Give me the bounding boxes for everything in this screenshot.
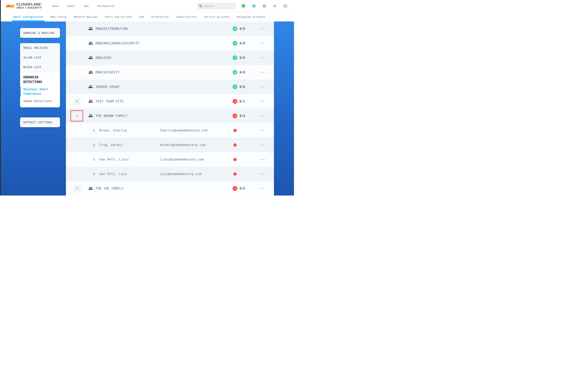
status-blocked-badge (233, 99, 237, 104)
group-row: THE JOE FAMILY0/5 (66, 181, 274, 196)
active-indicator-bar (20, 87, 21, 96)
tab-subscriptions[interactable]: Subscriptions (176, 12, 197, 21)
gear-icon[interactable] (251, 3, 257, 8)
group-icon (88, 26, 93, 31)
brand-wordmark: CLOUDFLARE® AREA 1 SECURITY (16, 3, 42, 9)
help-icon[interactable] (262, 3, 267, 8)
group-name: RBACO365 (96, 51, 112, 65)
member-count: 0/0 (240, 65, 245, 80)
row-actions-menu[interactable] (260, 138, 265, 152)
member-chevron-icon[interactable] (93, 129, 96, 132)
tab-web-config[interactable]: Web Config (51, 12, 67, 21)
group-row: THE BROWN FAMILY0/4 (66, 108, 274, 123)
directory-groups-list: RBACDISTRUBUTION0/0RBACMAILENABLESECURIT… (66, 21, 274, 196)
group-icon (88, 113, 93, 118)
bell-icon[interactable] (272, 3, 278, 8)
page-background: DOMAINS & ROUTING EMAIL POLICIES ALLOW L… (0, 21, 294, 196)
row-actions-menu[interactable] (260, 65, 265, 80)
group-row: SHARED_GROUP0/0 (66, 80, 274, 94)
group-icon (88, 85, 93, 89)
sidebar-card-email-policies: EMAIL POLICIES ALLOW LIST BLOCK LIST ENH… (20, 43, 60, 107)
brand-subtitle: AREA 1 SECURITY (16, 6, 42, 9)
tab-network-devices[interactable]: Network Devices (74, 12, 98, 21)
status-blocked-dot (233, 129, 237, 132)
row-actions-menu[interactable] (260, 181, 265, 196)
group-icon (88, 41, 93, 45)
cloudflare-logo[interactable]: CLOUDFLARE® AREA 1 SECURITY (6, 3, 42, 9)
group-row: RBACO3650/0 (66, 51, 274, 65)
group-row: RBACMAILENABLESECURITY0/0 (66, 36, 274, 51)
global-search[interactable] (197, 3, 236, 9)
tab-service-accounts[interactable]: Service Accounts (204, 12, 230, 21)
added-detections-label: Added Detections (23, 99, 52, 103)
search-input[interactable] (204, 4, 231, 7)
account-icon[interactable] (283, 3, 288, 8)
screen-edge (0, 0, 1, 196)
member-count: 0/1 (240, 94, 245, 108)
row-actions-menu[interactable] (260, 152, 265, 167)
member-name: Van Pelt, Linus (99, 152, 129, 167)
row-actions-menu[interactable] (260, 108, 265, 123)
member-count: 0/0 (240, 36, 245, 51)
header-right-cluster (197, 3, 288, 9)
group-name: RBACDISTRUBUTION (96, 21, 128, 36)
row-actions-menu[interactable] (260, 123, 265, 138)
member-row: Brown, CharlieCharlie@somedemocorp.com (66, 123, 274, 138)
nav-item-email[interactable]: Email (67, 4, 75, 7)
tab-email-configuration[interactable]: Email Configuration (13, 12, 43, 21)
group-row: RBACSECURITY0/0 (66, 65, 274, 80)
business-email-compromise-label: Business Email Compromise (23, 88, 48, 95)
status-ok-badge (233, 85, 237, 89)
group-icon (88, 99, 93, 103)
enhanced-detections-section: ENHANCED DETECTIONS Business Email Compr… (20, 72, 60, 107)
expand-group-button[interactable] (73, 185, 81, 192)
sidebar-card-retract-settings[interactable]: RETRACT SETTINGS (20, 117, 60, 127)
block-list-label: BLOCK LIST (23, 65, 41, 69)
sidebar-item-email-policies[interactable]: EMAIL POLICIES (20, 43, 60, 53)
tab-delegated-accounts[interactable]: Delegated Accounts (237, 12, 265, 21)
retract-settings-label: RETRACT SETTINGS (23, 121, 53, 124)
annotation-highlight-box (70, 110, 83, 121)
member-chevron-icon[interactable] (93, 172, 96, 175)
status-ok-badge (233, 55, 237, 60)
sidebar-item-business-email-compromise[interactable]: Business Email Compromise (23, 87, 57, 96)
allow-list-label: ALLOW LIST (23, 56, 41, 59)
member-chevron-icon[interactable] (93, 158, 96, 161)
sidebar-item-block-list[interactable]: BLOCK LIST (20, 62, 60, 72)
member-chevron-icon[interactable] (93, 143, 96, 146)
nav-item-home[interactable]: Home (52, 4, 59, 7)
nav-item-web[interactable]: Web (84, 4, 89, 7)
member-name: Brown, Charlie (99, 123, 127, 138)
member-email: Kermit@somedemocorp.com (160, 138, 206, 152)
sidebar-card-domains-routing[interactable]: DOMAINS & ROUTING (20, 28, 60, 38)
row-actions-menu[interactable] (260, 167, 265, 181)
sidebar-item-allow-list[interactable]: ALLOW LIST (20, 53, 60, 62)
app-window: CLOUDFLARE® AREA 1 SECURITY HomeEmailWeb… (0, 0, 294, 196)
group-name: THE JOE FAMILY (96, 181, 124, 196)
expand-group-button[interactable] (73, 98, 81, 105)
tab-users-and-actions[interactable]: Users and Actions (105, 12, 132, 21)
tab-sso[interactable]: SSO (139, 12, 144, 21)
member-count: 0/4 (240, 108, 245, 123)
member-email: Linus@somedemocorp.com (160, 152, 203, 167)
row-actions-menu[interactable] (260, 80, 265, 94)
member-email: Charlie@somedemocorp.com (160, 123, 207, 138)
row-actions-menu[interactable] (260, 94, 265, 108)
nav-item-phishguard[interactable]: PhishGuard™ (97, 4, 115, 7)
status-ok-badge (233, 70, 237, 75)
domains-routing-label: DOMAINS & ROUTING (23, 31, 54, 35)
member-row: Van Pelt, LinusLinus@somedemocorp.com (66, 152, 274, 167)
member-row: Van Pelt, LucyLucy@somedemocorp.com (66, 167, 274, 181)
sidebar-item-added-detections[interactable]: Added Detections (23, 99, 57, 103)
group-name: SHARED_GROUP (96, 80, 120, 94)
status-blocked-dot (233, 158, 237, 161)
group-name: RBACSECURITY (96, 65, 120, 80)
row-actions-menu[interactable] (260, 51, 265, 65)
row-actions-menu[interactable] (260, 36, 265, 51)
registered-mark: ® (41, 3, 42, 4)
shield-check-icon[interactable] (241, 3, 246, 8)
row-actions-menu[interactable] (260, 21, 265, 36)
tab-directories[interactable]: Directories (151, 12, 169, 21)
status-blocked-badge (233, 113, 237, 118)
group-row: RBACDISTRUBUTION0/0 (66, 21, 274, 36)
